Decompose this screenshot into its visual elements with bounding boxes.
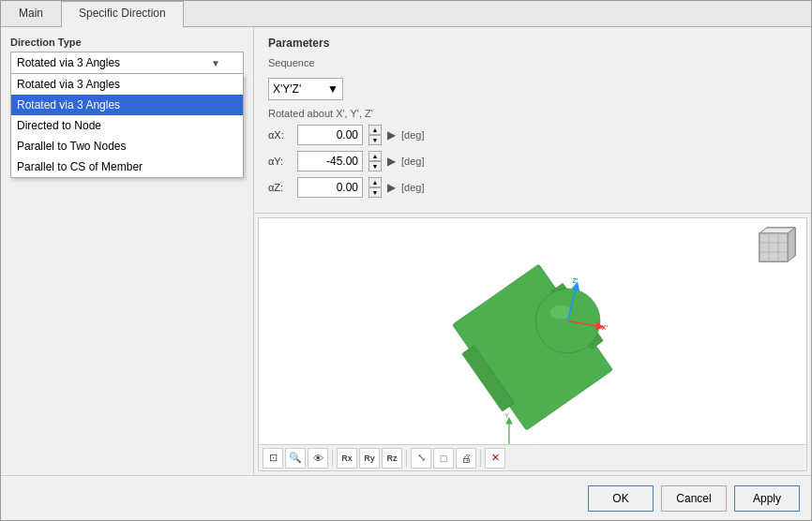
- svg-rect-10: [452, 264, 612, 430]
- ay-input[interactable]: [297, 151, 363, 171]
- dropdown-item-1[interactable]: Rotated via 3 Angles: [11, 95, 243, 115]
- ok-button[interactable]: OK: [588, 485, 654, 512]
- ax-spinner: ▲ ▼: [368, 125, 382, 145]
- cube-nav: [752, 226, 799, 273]
- toolbar-separator-3: [480, 450, 481, 467]
- tab-main[interactable]: Main: [1, 1, 61, 26]
- direction-type-label: Direction Type: [10, 37, 244, 48]
- ax-spin-down[interactable]: ▼: [368, 135, 382, 145]
- svg-text:Y: Y: [505, 412, 510, 419]
- ax-spin-arrow[interactable]: ▶: [387, 128, 396, 141]
- params-section: Parameters Sequence X'Y'Z' ▼ Rotated abo…: [254, 27, 811, 214]
- ay-spin-up[interactable]: ▲: [368, 151, 382, 161]
- dropdown-item-0[interactable]: Rotated via 3 Angles: [11, 74, 243, 95]
- svg-text:X': X': [602, 324, 609, 331]
- rotate-x-button[interactable]: Rx: [337, 448, 357, 469]
- sequence-row: Sequence: [268, 57, 797, 72]
- direction-type-dropdown[interactable]: Rotated via 3 Angles ▼ Rotated via 3 Ang…: [10, 52, 244, 74]
- tab-specific-direction[interactable]: Specific Direction: [61, 1, 184, 27]
- dropdown-item-4[interactable]: Parallel to CS of Member: [11, 156, 243, 177]
- main-content: Direction Type Rotated via 3 Angles ▼ Ro…: [1, 27, 811, 475]
- az-row: αZ: ▲ ▼ ▶ [deg]: [268, 177, 797, 198]
- az-spinner: ▲ ▼: [368, 177, 382, 198]
- print-button[interactable]: 🖨: [456, 448, 476, 469]
- 3d-scene: Z' X' X Y Z: [259, 218, 806, 470]
- dropdown-list: Rotated via 3 Angles Rotated via 3 Angle…: [10, 74, 244, 178]
- dropdown-item-2[interactable]: Directed to Node: [11, 115, 243, 136]
- toolbar-separator-2: [406, 450, 407, 467]
- dropdown-item-3[interactable]: Parallel to Two Nodes: [11, 136, 243, 156]
- ay-row: αY: ▲ ▼ ▶ [deg]: [268, 151, 797, 171]
- close-viewport-button[interactable]: ✕: [485, 448, 505, 469]
- right-panel: Parameters Sequence X'Y'Z' ▼ Rotated abo…: [254, 27, 811, 475]
- zoom-fit-button[interactable]: ⊡: [263, 448, 283, 469]
- tab-bar: Main Specific Direction: [1, 1, 811, 27]
- display-button[interactable]: □: [433, 448, 454, 469]
- az-spin-up[interactable]: ▲: [368, 177, 382, 187]
- rotated-about-label: Rotated about X', Y', Z': [268, 108, 797, 119]
- svg-text:Z': Z': [573, 277, 579, 284]
- cancel-button[interactable]: Cancel: [661, 485, 727, 512]
- svg-marker-4: [788, 228, 795, 261]
- ax-unit: [deg]: [401, 129, 424, 141]
- dropdown-selected[interactable]: Rotated via 3 Angles ▼: [10, 52, 244, 74]
- ay-spinner: ▲ ▼: [368, 151, 382, 171]
- direction-type-section: Direction Type Rotated via 3 Angles ▼ Ro…: [10, 37, 244, 74]
- seq-dropdown-arrow-icon: ▼: [327, 82, 338, 96]
- toolbar-separator-1: [332, 450, 333, 467]
- rotate-y-button[interactable]: Ry: [359, 448, 380, 469]
- ax-spin-up[interactable]: ▲: [368, 125, 382, 135]
- ay-spin-down[interactable]: ▼: [368, 161, 382, 171]
- apply-button[interactable]: Apply: [734, 485, 800, 512]
- rotate-z-button[interactable]: Rz: [382, 448, 402, 469]
- az-input[interactable]: [297, 177, 363, 198]
- ay-spin-arrow[interactable]: ▶: [387, 155, 396, 168]
- sequence-label: Sequence: [268, 57, 315, 68]
- ay-label: αY:: [268, 156, 292, 167]
- left-panel: Direction Type Rotated via 3 Angles ▼ Ro…: [1, 27, 254, 475]
- az-spin-down[interactable]: ▼: [368, 187, 382, 198]
- sequence-value-row: X'Y'Z' ▼: [268, 78, 797, 100]
- dropdown-arrow-icon: ▼: [211, 58, 220, 68]
- svg-rect-5: [759, 233, 788, 261]
- zoom-window-button[interactable]: 🔍: [285, 448, 306, 469]
- az-label: αZ:: [268, 182, 292, 193]
- 3d-viewport[interactable]: Z' X' X Y Z: [258, 217, 807, 471]
- sequence-dropdown[interactable]: X'Y'Z' ▼: [268, 78, 343, 100]
- ay-unit: [deg]: [401, 156, 424, 167]
- camera-button[interactable]: 👁: [308, 448, 328, 469]
- dialog: Main Specific Direction Direction Type R…: [0, 0, 812, 521]
- az-unit: [deg]: [401, 182, 424, 193]
- viewport-toolbar: ⊡ 🔍 👁 Rx Ry Rz ⤡ □ 🖨 ✕: [259, 444, 806, 470]
- ax-row: αX: ▲ ▼ ▶ [deg]: [268, 125, 797, 145]
- params-title: Parameters: [268, 37, 797, 50]
- ax-input[interactable]: [297, 125, 363, 145]
- move-button[interactable]: ⤡: [411, 448, 431, 469]
- az-spin-arrow[interactable]: ▶: [387, 181, 396, 194]
- bottom-bar: OK Cancel Apply: [1, 475, 811, 520]
- ax-label: αX:: [268, 129, 292, 141]
